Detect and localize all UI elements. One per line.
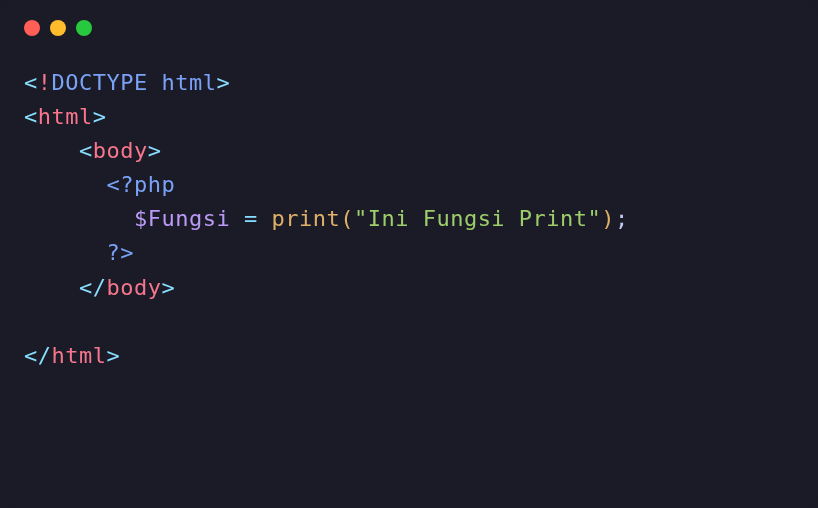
- code-line-4: <?php: [24, 172, 175, 197]
- code-block: <!DOCTYPE html> <html> <body> <?php $Fun…: [24, 66, 794, 373]
- code-line-5: $Fungsi = print("Ini Fungsi Print");: [24, 206, 629, 231]
- code-line-6: ?>: [24, 240, 134, 265]
- code-line-2: <html>: [24, 104, 106, 129]
- code-line-9: </html>: [24, 343, 120, 368]
- code-line-3: <body>: [24, 138, 161, 163]
- code-line-1: <!DOCTYPE html>: [24, 70, 230, 95]
- code-window: <!DOCTYPE html> <html> <body> <?php $Fun…: [0, 0, 818, 508]
- minimize-icon[interactable]: [50, 20, 66, 36]
- close-icon[interactable]: [24, 20, 40, 36]
- code-line-7: </body>: [24, 275, 175, 300]
- maximize-icon[interactable]: [76, 20, 92, 36]
- traffic-lights: [24, 20, 794, 36]
